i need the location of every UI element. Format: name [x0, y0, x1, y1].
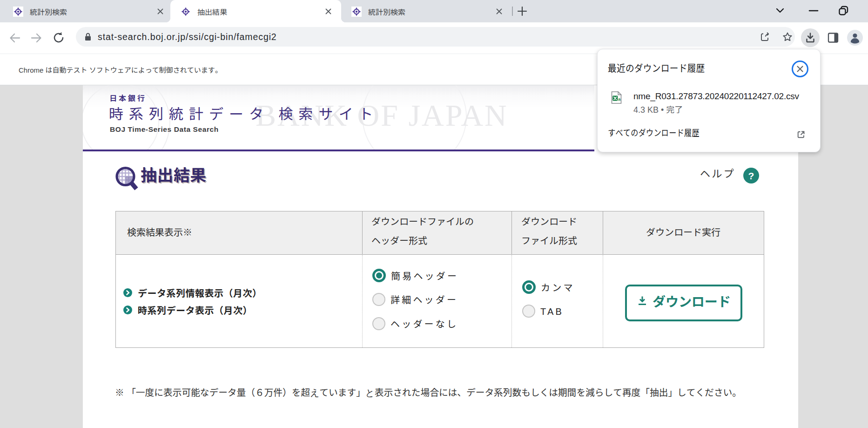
forward-icon[interactable]: [30, 32, 43, 46]
infobar-message: Chrome は自動テスト ソフトウェアによって制御されています。: [19, 54, 222, 85]
search-grid-icon: [115, 166, 140, 194]
tab-title: 統計別検索: [30, 0, 67, 22]
site-header: BANK OF JAPAN 日本銀行 時系列統計データ 検索サイト BOJ Ti…: [83, 85, 594, 151]
bubble-title: 最近のダウンロード履歴: [608, 61, 705, 75]
csv-file-icon: a: [611, 91, 622, 106]
lock-icon[interactable]: [84, 32, 92, 43]
link-label: データ系列情報表示（月次）: [138, 286, 262, 299]
radio-label: 簡易ヘッダー: [391, 269, 458, 282]
download-button-label: ダウンロード: [653, 292, 731, 310]
radio-detailed-header[interactable]: 詳細ヘッダー: [372, 292, 458, 306]
url-text[interactable]: stat-search.boj.or.jp/ssi/cgi-bin/famecg…: [98, 27, 277, 47]
downloaded-file-name[interactable]: nme_R031.27873.20240220112427.02.csv: [633, 91, 799, 102]
table-column-separator-dotted: [362, 255, 363, 347]
profile-avatar[interactable]: [847, 30, 863, 48]
radio-selected-icon[interactable]: [522, 280, 536, 294]
tab-title: 統計別検索: [368, 0, 405, 22]
site-title: 時系列統計データ 検索サイト: [109, 102, 379, 123]
download-button[interactable]: ダウンロード: [625, 285, 742, 321]
col-header-file-format: ダウンロード ファイル形式: [521, 211, 577, 250]
radio-label: ヘッダーなし: [390, 317, 458, 330]
site-subtitle-en: BOJ Time-Series Data Search: [110, 125, 219, 134]
tab-close-icon[interactable]: [156, 7, 165, 16]
col-header-line: ダウンロードファイルの: [371, 211, 474, 231]
help-question-icon[interactable]: ?: [743, 168, 759, 183]
col-header-header-format: ダウンロードファイルの ヘッダー形式: [371, 211, 474, 250]
share-icon[interactable]: [760, 31, 771, 44]
table-header-row: 検索結果表示※ ダウンロードファイルの ヘッダー形式 ダウンロード ファイル形式…: [116, 211, 764, 255]
radio-selected-icon[interactable]: [372, 269, 386, 282]
col-header-execute: ダウンロード実行: [603, 222, 764, 241]
section-title: 抽出結果: [141, 162, 207, 186]
radio-tab[interactable]: TAB: [522, 304, 564, 318]
footnote-text: ※ 「一度に表示可能なデータ量（６万件）を超えています」と表示された場合には、デ…: [115, 385, 741, 399]
table-column-separator-dotted: [511, 255, 512, 347]
tab-title: 抽出結果: [197, 0, 227, 22]
boj-favicon: [351, 7, 362, 17]
table-column-separator-dotted: [603, 255, 603, 347]
restore-window-icon[interactable]: [837, 4, 851, 20]
tab-3[interactable]: 統計別検索: [341, 0, 512, 22]
col-header-line: ダウンロード: [521, 211, 577, 231]
download-options-table: 検索結果表示※ ダウンロードファイルの ヘッダー形式 ダウンロード ファイル形式…: [115, 211, 764, 348]
help-link[interactable]: ヘルプ: [700, 165, 735, 180]
col-header-line: ファイル形式: [521, 231, 577, 250]
link-time-series-data[interactable]: 時系列データ表示（月次）: [123, 301, 252, 319]
tab-corner-curve: [166, 18, 170, 22]
tab-close-icon[interactable]: [324, 7, 333, 16]
bubble-close-button[interactable]: [792, 61, 808, 77]
new-tab-button[interactable]: [516, 5, 529, 18]
col-header-results: 検索結果表示※: [127, 222, 192, 241]
tab-strip: 統計別検索 抽出結果 統計別検索: [0, 0, 868, 22]
radio-label: カンマ: [541, 280, 575, 294]
reload-icon[interactable]: [52, 31, 65, 46]
arrow-bullet-icon: [123, 288, 132, 297]
radio-unselected-icon[interactable]: [522, 305, 535, 318]
org-name-jp: 日本銀行: [109, 92, 147, 103]
back-icon[interactable]: [8, 32, 21, 46]
bookmark-star-icon[interactable]: [782, 31, 793, 44]
download-icon: [637, 295, 648, 306]
radio-simple-header[interactable]: 簡易ヘッダー: [372, 269, 458, 282]
table-column-separator: [603, 211, 603, 255]
col-header-line: ヘッダー形式: [371, 231, 474, 250]
tab-search-chevron-icon[interactable]: [774, 7, 786, 17]
radio-label: TAB: [540, 304, 564, 318]
address-bar[interactable]: stat-search.boj.or.jp/ssi/cgi-bin/famecg…: [76, 27, 795, 47]
radio-unselected-icon[interactable]: [372, 293, 385, 306]
downloads-button-active[interactable]: [801, 28, 820, 47]
all-downloads-link[interactable]: すべてのダウンロード履歴: [608, 126, 700, 138]
boj-favicon: [181, 7, 191, 17]
table-column-separator: [511, 211, 512, 255]
minimize-icon[interactable]: [807, 6, 820, 18]
radio-unselected-icon[interactable]: [372, 317, 385, 330]
boj-favicon: [13, 7, 23, 17]
link-data-series-info[interactable]: データ系列情報表示（月次）: [123, 284, 262, 301]
arrow-bullet-icon: [123, 306, 132, 314]
table-column-separator: [362, 211, 363, 255]
link-label: 時系列データ表示（月次）: [138, 303, 252, 317]
downloads-bubble: 最近のダウンロード履歴 a nme_R031.27873.20240220112…: [597, 49, 821, 152]
downloaded-file-meta: 4.3 KB • 完了: [633, 103, 683, 115]
external-link-icon: [796, 130, 806, 141]
side-panel-icon[interactable]: [827, 31, 840, 46]
radio-comma[interactable]: カンマ: [522, 280, 575, 294]
svg-text:a: a: [618, 96, 621, 102]
tab-divider: [512, 7, 513, 16]
radio-label: 詳細ヘッダー: [390, 292, 458, 306]
tab-2-active[interactable]: 抽出結果: [170, 0, 341, 22]
tab-1[interactable]: 統計別検索: [3, 0, 170, 22]
radio-no-header[interactable]: ヘッダーなし: [372, 317, 458, 330]
tab-close-icon[interactable]: [495, 7, 504, 16]
